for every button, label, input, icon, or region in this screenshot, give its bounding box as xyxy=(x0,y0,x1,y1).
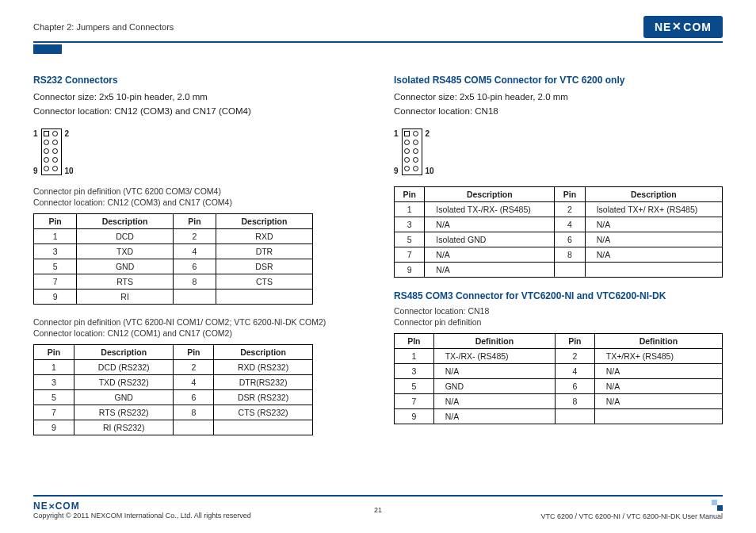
tbl2-caption1: Connector pin definition (VTC 6200-NI CO… xyxy=(33,317,362,327)
footer: NE✕COM Copyright © 2011 NEXCOM Internati… xyxy=(33,495,723,520)
rs485-table-2: PInDefinitionPinDefinition 1TX-/RX- (RS4… xyxy=(394,333,723,424)
left-column: RS232 Connectors Connector size: 2x5 10-… xyxy=(33,75,362,448)
right-column: Isolated RS485 COM5 Connector for VTC 62… xyxy=(394,75,723,448)
corner-icon xyxy=(712,500,723,511)
footer-logo: NE✕COM xyxy=(33,500,80,512)
header-tab xyxy=(33,44,62,54)
rs232-size: Connector size: 2x5 10-pin header, 2.0 m… xyxy=(33,90,362,103)
tbl2-caption2: Connector location: CN12 (COM1) and CN17… xyxy=(33,328,362,338)
manual-name: VTC 6200 / VTC 6200-NI / VTC 6200-NI-DK … xyxy=(540,512,723,520)
chapter-label: Chapter 2: Jumpers and Connectors xyxy=(33,22,174,32)
rtbl2-cap2: Connector pin definition xyxy=(394,317,723,327)
rs232-loc: Connector location: CN12 (COM3) and CN17… xyxy=(33,105,362,117)
tbl1-caption2: Connector location: CN12 (COM3) and CN17… xyxy=(33,197,362,207)
pin-diagram-right: 19 210 xyxy=(394,128,723,175)
rs485-title2: RS485 COM3 Connector for VTC6200-NI and … xyxy=(394,290,723,301)
rs485-size: Connector size: 2x5 10-pin header, 2.0 m… xyxy=(394,90,723,103)
rs232-table-1: PinDescriptionPinDescription 1DCD2RXD 3T… xyxy=(33,213,313,305)
brand-logo: NE✕COM xyxy=(643,16,723,38)
pin-diagram-left: 19 210 xyxy=(33,128,362,175)
rs485-title1: Isolated RS485 COM5 Connector for VTC 62… xyxy=(394,75,723,86)
page-number: 21 xyxy=(374,506,382,514)
rs232-title: RS232 Connectors xyxy=(33,75,362,86)
rs232-table-2: PinDescriptionPinDescription 1DCD (RS232… xyxy=(33,344,313,435)
rs485-table-1: PinDescriptionPinDescription 1Isolated T… xyxy=(394,186,723,278)
rtbl2-cap1: Connector location: CN18 xyxy=(394,306,723,316)
rs485-loc: Connector location: CN18 xyxy=(394,105,723,117)
header-bar: Chapter 2: Jumpers and Connectors NE✕COM xyxy=(33,16,723,43)
copyright: Copyright © 2011 NEXCOM International Co… xyxy=(33,512,251,520)
tbl1-caption1: Connector pin definition (VTC 6200 COM3/… xyxy=(33,186,362,196)
